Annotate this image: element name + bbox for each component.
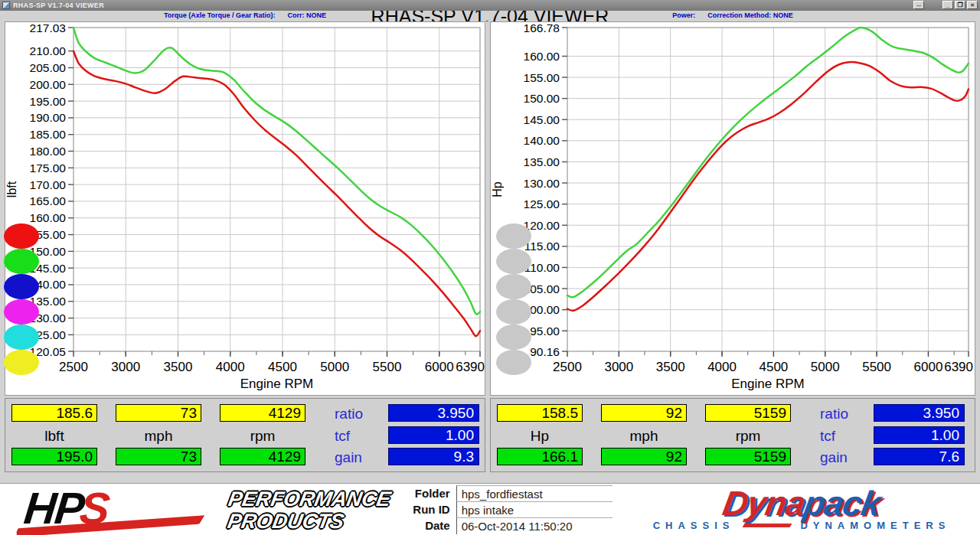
y-tick-label: 160.00	[524, 50, 560, 63]
dynapack-red-bar	[743, 524, 792, 527]
run-swatch-button-2[interactable]	[4, 249, 39, 274]
readout-unit-label-rpm: rpm	[220, 428, 305, 445]
dynapack-word-pack: pack	[801, 484, 884, 523]
y-tick-label: 150.00	[524, 92, 560, 105]
y-tick-label: 125.00	[524, 197, 560, 210]
run-swatch-button-6[interactable]	[496, 350, 531, 375]
cursor-value-yellow-rpm: 5159	[705, 404, 791, 422]
y-tick-label: 145.00	[524, 113, 560, 126]
y-tick-label: 205.00	[30, 61, 67, 74]
x-tick-label: 4000	[707, 360, 737, 374]
run-swatch-button-3[interactable]	[4, 274, 39, 299]
close-icon[interactable]: ×	[967, 1, 978, 9]
hps-tagline-performance: PERFORMANCE	[227, 488, 393, 511]
param-label-tcf: tcf	[335, 428, 350, 445]
run-swatch-button-1[interactable]	[4, 223, 39, 249]
hps-letters-hp: HP	[22, 483, 86, 533]
x-tick-label: 3000	[604, 360, 633, 374]
readout-unit-label-lbft: lbft	[11, 428, 97, 445]
y-tick-label: 210.00	[30, 44, 67, 57]
run-swatch-button-5[interactable]	[496, 325, 531, 350]
window-controls: ↔ _ ❐ ×	[912, 1, 978, 9]
run-swatch-button-2[interactable]	[496, 249, 531, 274]
y-tick-label: 155.00	[524, 71, 560, 84]
x-tick-label: 6390	[456, 360, 485, 374]
y-tick-label: 160.00	[30, 211, 67, 224]
info-label-date: Date	[383, 519, 456, 532]
y-tick-label: 90.16	[530, 345, 560, 358]
power-readout-panel: 158.5925159Hpmphrpm166.1925159ratio3.950…	[490, 398, 975, 472]
torque-readout-panel: 185.6734129lbftmphrpm195.0734129ratio3.9…	[5, 398, 485, 472]
torque-chart-caption: Torque (Axle Torque / Gear Ratio): Corr:…	[5, 11, 485, 19]
y-tick-label: 95.00	[530, 325, 560, 338]
dynapack-word-dyna: Dyna	[720, 484, 808, 523]
x-tick-label: 2500	[553, 360, 582, 374]
cursor-value-yellow-rpm: 4129	[220, 404, 305, 422]
x-axis-title: Engine RPM	[731, 377, 804, 391]
param-value-tcf: 1.00	[388, 426, 479, 444]
power-caption-correction: Correction Method: NONE	[707, 11, 793, 19]
torque-caption-title: Torque (Axle Torque / Gear Ratio):	[164, 11, 276, 19]
hps-wordmark: HPS	[21, 482, 110, 533]
restore-icon[interactable]: ❐	[955, 1, 965, 9]
x-tick-label: 4500	[268, 360, 297, 374]
plot-border	[74, 28, 480, 351]
x-tick-label: 4500	[759, 360, 788, 374]
y-tick-label: 195.00	[30, 95, 67, 108]
x-tick-label: 6390	[944, 360, 973, 374]
param-label-ratio: ratio	[820, 406, 848, 422]
y-tick-label: 190.00	[30, 111, 67, 124]
x-tick-label: 3500	[164, 360, 193, 374]
window-title: RHAS-SP V1.7-04 VIEWER	[13, 2, 104, 9]
run-swatch-button-6[interactable]	[4, 350, 39, 375]
param-value-gain: 7.6	[874, 448, 965, 465]
cursor-value-green-mph: 73	[116, 448, 201, 465]
param-label-gain: gain	[820, 449, 848, 466]
run-swatch-button-4[interactable]	[496, 299, 531, 325]
x-tick-label: 6000	[425, 360, 454, 374]
cursor-value-green-rpm: 5159	[705, 448, 791, 465]
param-label-tcf: tcf	[820, 428, 835, 445]
y-tick-label: 166.78	[524, 22, 560, 34]
param-label-gain: gain	[335, 449, 362, 466]
param-value-gain: 9.3	[388, 448, 479, 465]
x-tick-label: 6000	[914, 360, 943, 374]
title-bar[interactable]: RHAS-SP V1.7-04 VIEWER	[0, 0, 980, 11]
torque-chart-plot[interactable]: 217.03210.00205.00200.00195.00190.00185.…	[5, 22, 485, 395]
y-tick-label: 135.00	[524, 155, 560, 168]
y-tick-label: 217.03	[30, 22, 66, 34]
param-label-ratio: ratio	[335, 406, 363, 422]
run-swatch-button-3[interactable]	[496, 274, 531, 299]
hps-tagline: PERFORMANCE PRODUCTS	[223, 488, 393, 533]
y-tick-label: 180.00	[30, 145, 67, 158]
power-chart-plot[interactable]: 166.78160.00155.00150.00145.00140.00135.…	[491, 22, 975, 395]
curve-run-red	[567, 62, 969, 311]
curve-run-green	[567, 28, 969, 297]
dynapack-logo: Dynapack CHASSIS DYNAMOMETERS	[629, 487, 974, 531]
curve-run-green	[74, 28, 480, 314]
run-swatch-button-1[interactable]	[496, 223, 531, 249]
power-caption-title: Power:	[672, 11, 695, 19]
y-tick-label: 170.00	[30, 178, 67, 191]
y-tick-label: 140.00	[524, 134, 560, 147]
minimize-icon[interactable]: _	[942, 1, 953, 9]
info-label-folder: Folder	[383, 487, 456, 500]
resize-icon[interactable]: ↔	[913, 1, 924, 9]
power-chart-caption: Power: Correction Method: NONE	[490, 11, 975, 19]
run-swatch-button-4[interactable]	[4, 299, 39, 325]
cursor-value-yellow-mph: 73	[116, 404, 201, 422]
info-value-folder: hps_fordfiestast	[456, 485, 612, 502]
readout-unit-label-rpm: rpm	[705, 428, 791, 445]
curve-run-red	[74, 51, 480, 337]
readout-unit-label-Hp: Hp	[497, 428, 583, 445]
cursor-value-green-Hp: 166.1	[497, 448, 583, 465]
app-window: RHAS-SP V1.7-04 VIEWER RHAS-SP V1.7-04 V…	[0, 0, 980, 535]
x-tick-label: 4000	[216, 360, 245, 374]
torque-chart-panel: 217.03210.00205.00200.00195.00190.00185.…	[5, 21, 485, 396]
x-axis-title: Engine RPM	[240, 377, 313, 391]
cursor-value-green-rpm: 4129	[220, 448, 305, 465]
x-tick-label: 5500	[862, 360, 891, 374]
run-swatch-button-5[interactable]	[4, 325, 39, 350]
footer: HPS PERFORMANCE PRODUCTS Folderhps_fordf…	[0, 483, 980, 535]
param-value-ratio: 3.950	[874, 404, 965, 422]
